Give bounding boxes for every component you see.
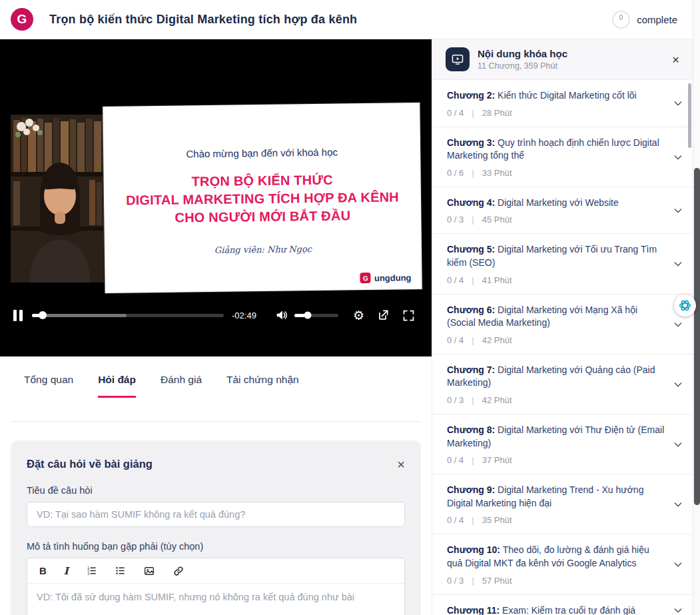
chapter-row-10[interactable]: Chương 10: Theo dõi, đo lường & đánh giá…: [432, 534, 693, 594]
seek-bar[interactable]: [32, 314, 224, 317]
chapter-number: Chương 6:: [447, 305, 495, 315]
sidebar-close-icon[interactable]: ×: [672, 53, 679, 66]
chapter-meta: 0 / 4 | 41 Phút: [447, 275, 666, 285]
volume-slider[interactable]: [294, 314, 338, 317]
pause-button[interactable]: [13, 310, 23, 321]
chapter-meta: 0 / 4 | 37 Phút: [447, 455, 666, 465]
insert-link-button[interactable]: [173, 565, 184, 577]
ask-question-card: Đặt câu hỏi về bài giảng × Tiêu đề câu h…: [11, 440, 421, 615]
chevron-down-icon[interactable]: [673, 379, 683, 390]
progress-ring: 0: [612, 11, 630, 29]
chapter-meta: 0 / 4 | 28 Phút: [447, 108, 666, 118]
video-player[interactable]: Chào mừng bạn đến với khoá học TRỌN BỘ K…: [0, 39, 432, 356]
chevron-down-icon[interactable]: [673, 439, 683, 450]
question-title-input[interactable]: [27, 502, 405, 527]
bullet-list-button[interactable]: [115, 565, 126, 576]
chapter-progress: 0 / 6: [447, 168, 464, 178]
course-content-icon: [446, 47, 470, 71]
brand-logo[interactable]: G: [11, 8, 33, 31]
image-icon: [143, 565, 155, 577]
chapter-row-6[interactable]: Chương 6: Digital Marketing với Mạng Xã …: [432, 295, 693, 354]
volume-handle[interactable]: [304, 312, 312, 319]
meta-separator: |: [472, 108, 474, 118]
page-scrollbar-thumb[interactable]: [694, 168, 700, 505]
speaker-icon: [274, 308, 289, 322]
course-content-sidebar: Nội dung khóa học 11 Chương, 359 Phút × …: [432, 39, 693, 615]
meta-separator: |: [472, 335, 474, 345]
bold-button[interactable]: B: [39, 565, 47, 576]
chevron-down-icon[interactable]: [673, 319, 683, 330]
fullscreen-button[interactable]: [402, 308, 416, 322]
chevron-down-icon[interactable]: [673, 559, 683, 570]
chapter-number: Chương 10:: [447, 544, 500, 555]
chapter-row-3[interactable]: Chương 3: Quy trình hoạch định chiến lượ…: [432, 127, 693, 187]
svg-text:3: 3: [87, 572, 89, 576]
question-title-label: Tiêu đề câu hỏi: [27, 485, 405, 496]
chapter-progress: 0 / 4: [447, 335, 464, 345]
meta-separator: |: [472, 455, 474, 465]
chapter-row-8[interactable]: Chương 8: Digital Marketing với Thư Điện…: [432, 414, 693, 474]
chapter-info: Chương 11: Exam: Kiểm tra cuối tự đánh g…: [447, 604, 673, 615]
chapter-meta: 0 / 4 | 42 Phút: [447, 335, 666, 345]
chapter-number: Chương 9:: [447, 484, 495, 495]
close-icon[interactable]: ×: [397, 458, 405, 471]
question-description-textarea[interactable]: [27, 584, 404, 615]
meta-separator: |: [472, 215, 474, 225]
chapter-number: Chương 4:: [447, 197, 495, 208]
insert-image-button[interactable]: [143, 565, 155, 577]
chapter-title: Chương 11: Exam: Kiểm tra cuối tự đánh g…: [447, 604, 666, 615]
tab-overview[interactable]: Tổng quan: [24, 374, 73, 398]
slide-brand: G ungdung: [360, 272, 412, 283]
presenter-illustration: [11, 115, 104, 283]
tab-qa[interactable]: Hỏi đáp: [98, 374, 136, 398]
chapter-info: Chương 10: Theo dõi, đo lường & đánh giá…: [447, 544, 673, 585]
slide-title: TRỌN BỘ KIẾN THỨC DIGITAL MARKETING TÍCH…: [104, 170, 422, 228]
ordered-list-icon: 123: [86, 565, 97, 576]
chapter-name: Digital Marketing với Website: [498, 197, 619, 208]
italic-button[interactable]: I: [64, 565, 69, 577]
chapter-meta: 0 / 3 | 45 Phút: [447, 215, 666, 225]
chapter-row-11[interactable]: Chương 11: Exam: Kiểm tra cuối tự đánh g…: [432, 595, 693, 615]
settings-gear-icon[interactable]: ⚙: [353, 309, 364, 322]
slide-title-line3: CHO NGƯỜI MỚI BẮT ĐẦU: [175, 208, 350, 225]
chapter-info: Chương 4: Digital Marketing với Website …: [447, 197, 673, 225]
chapter-title: Chương 8: Digital Marketing với Thư Điện…: [447, 424, 666, 450]
chapter-list: Chương 2: Kiến thức Digital Marketing cố…: [432, 80, 693, 615]
chapter-row-5[interactable]: Chương 5: Digital Marketing với Tối ưu T…: [432, 234, 693, 294]
progress-count: 0: [619, 14, 623, 21]
chapter-info: Chương 2: Kiến thức Digital Marketing cố…: [447, 89, 673, 118]
chapter-progress: 0 / 3: [447, 395, 464, 405]
chapter-title: Chương 2: Kiến thức Digital Marketing cố…: [447, 89, 666, 103]
chevron-down-icon[interactable]: [673, 605, 683, 615]
chapter-number: Chương 11:: [447, 605, 500, 615]
chapter-duration: 33 Phút: [482, 168, 512, 178]
question-description-label: Mô tả tình huống bạn gặp phải (tùy chọn): [27, 541, 405, 552]
chevron-down-icon[interactable]: [673, 152, 683, 163]
slide-title-line2: DIGITAL MARKETING TÍCH HỢP ĐA KÊNH: [126, 189, 399, 207]
video-lesson-icon: [451, 53, 464, 66]
chevron-down-icon[interactable]: [673, 205, 683, 216]
chapter-number: Chương 3:: [447, 137, 495, 148]
chevron-down-icon[interactable]: [673, 499, 683, 510]
pause-icon: [19, 310, 23, 321]
sidebar-subtitle: 11 Chương, 359 Phút: [478, 61, 567, 71]
chapter-duration: 37 Phút: [482, 455, 512, 465]
tab-certificate[interactable]: Tải chứng nhận: [226, 374, 299, 398]
chapter-row-7[interactable]: Chương 7: Digital Marketing với Quảng cá…: [432, 354, 693, 414]
sidebar-scrollbar-thumb[interactable]: [688, 83, 691, 148]
slide-brand-logo-icon: G: [360, 273, 371, 283]
chatgpt-extension-button[interactable]: [674, 295, 696, 316]
seek-handle[interactable]: [39, 311, 47, 319]
chapter-duration: 41 Phút: [482, 275, 512, 285]
chapter-row-4[interactable]: Chương 4: Digital Marketing với Website …: [432, 187, 693, 235]
chevron-down-icon[interactable]: [673, 98, 683, 109]
ordered-list-button[interactable]: 123: [86, 565, 97, 576]
meta-separator: |: [472, 576, 474, 586]
volume-button[interactable]: [274, 308, 289, 322]
chapter-row-2[interactable]: Chương 2: Kiến thức Digital Marketing cố…: [432, 80, 693, 127]
chapter-info: Chương 3: Quy trình hoạch định chiến lượ…: [447, 137, 673, 178]
open-external-button[interactable]: [376, 308, 390, 322]
tab-reviews[interactable]: Đánh giá: [161, 374, 202, 398]
chevron-down-icon[interactable]: [673, 259, 683, 269]
chapter-row-9[interactable]: Chương 9: Digital Marketing Trend - Xu h…: [432, 474, 693, 534]
